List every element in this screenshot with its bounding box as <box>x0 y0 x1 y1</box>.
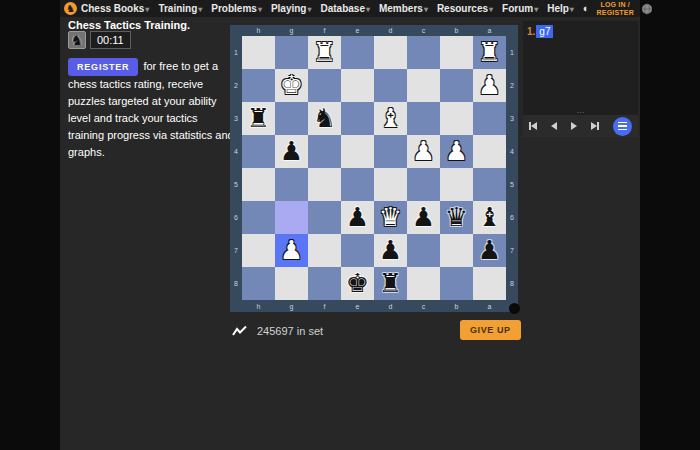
black-pawn-e6[interactable]: ♟ <box>346 201 369 234</box>
square-c4[interactable]: ♟ <box>407 135 440 168</box>
nav-item-help[interactable]: Help▾ <box>547 3 574 14</box>
square-b2[interactable] <box>440 69 473 102</box>
square-c6[interactable]: ♟ <box>407 201 440 234</box>
first-move-button[interactable] <box>529 121 537 131</box>
square-g2[interactable]: ♚ <box>275 69 308 102</box>
nav-item-members[interactable]: Members▾ <box>379 3 428 14</box>
square-a8[interactable] <box>473 267 506 300</box>
white-king-g2[interactable]: ♚ <box>280 69 303 102</box>
square-c7[interactable] <box>407 234 440 267</box>
black-knight-f3[interactable]: ♞ <box>313 102 336 135</box>
square-g6[interactable] <box>275 201 308 234</box>
black-pawn-d7[interactable]: ♟ <box>379 234 402 267</box>
language-globe-icon[interactable] <box>641 3 653 15</box>
theme-toggle-icon[interactable]: ◐ <box>583 3 590 14</box>
square-a2[interactable]: ♟ <box>473 69 506 102</box>
square-e4[interactable] <box>341 135 374 168</box>
white-pawn-g7[interactable]: ♟ <box>280 234 303 267</box>
nav-item-chess-books[interactable]: Chess Books▾ <box>81 3 149 14</box>
square-d5[interactable] <box>374 168 407 201</box>
move-list-menu-button[interactable] <box>613 117 632 136</box>
square-a5[interactable] <box>473 168 506 201</box>
square-h2[interactable] <box>242 69 275 102</box>
square-h5[interactable] <box>242 168 275 201</box>
square-g7[interactable]: ♟ <box>275 234 308 267</box>
square-d7[interactable]: ♟ <box>374 234 407 267</box>
nav-item-problems[interactable]: Problems▾ <box>211 3 262 14</box>
square-h7[interactable] <box>242 234 275 267</box>
square-d8[interactable]: ♜ <box>374 267 407 300</box>
square-a6[interactable]: ♝ <box>473 201 506 234</box>
square-b7[interactable] <box>440 234 473 267</box>
previous-move-button[interactable] <box>551 121 557 131</box>
black-bishop-a6[interactable]: ♝ <box>478 201 501 234</box>
black-rook-h3[interactable]: ♜ <box>247 102 270 135</box>
black-pawn-c6[interactable]: ♟ <box>412 201 435 234</box>
square-f7[interactable] <box>308 234 341 267</box>
square-e6[interactable]: ♟ <box>341 201 374 234</box>
square-c1[interactable] <box>407 36 440 69</box>
square-d2[interactable] <box>374 69 407 102</box>
board-resize-handle[interactable] <box>509 303 520 314</box>
rating-chart-icon[interactable] <box>232 325 247 337</box>
nav-item-resources[interactable]: Resources▾ <box>437 3 493 14</box>
square-b4[interactable]: ♟ <box>440 135 473 168</box>
black-queen-b6[interactable]: ♛ <box>445 201 468 234</box>
square-f3[interactable]: ♞ <box>308 102 341 135</box>
square-b5[interactable] <box>440 168 473 201</box>
square-h3[interactable]: ♜ <box>242 102 275 135</box>
square-d6[interactable]: ♛ <box>374 201 407 234</box>
square-h6[interactable] <box>242 201 275 234</box>
square-e5[interactable] <box>341 168 374 201</box>
square-g3[interactable] <box>275 102 308 135</box>
square-g8[interactable] <box>275 267 308 300</box>
login-register-link[interactable]: LOG IN / REGISTER <box>597 1 634 17</box>
square-a4[interactable] <box>473 135 506 168</box>
square-f5[interactable] <box>308 168 341 201</box>
square-b6[interactable]: ♛ <box>440 201 473 234</box>
site-logo-knight-icon[interactable]: ♞ <box>64 2 77 15</box>
register-button[interactable]: REGISTER <box>68 58 138 76</box>
square-d4[interactable] <box>374 135 407 168</box>
square-f1[interactable]: ♜ <box>308 36 341 69</box>
square-f6[interactable] <box>308 201 341 234</box>
nav-item-database[interactable]: Database▾ <box>320 3 369 14</box>
white-pawn-b4[interactable]: ♟ <box>445 135 468 168</box>
black-pawn-a7[interactable]: ♟ <box>478 234 501 267</box>
give-up-button[interactable]: GIVE UP <box>460 320 521 340</box>
square-b8[interactable] <box>440 267 473 300</box>
black-rook-d8[interactable]: ♜ <box>379 267 402 300</box>
square-c2[interactable] <box>407 69 440 102</box>
square-c3[interactable] <box>407 102 440 135</box>
square-a7[interactable]: ♟ <box>473 234 506 267</box>
nav-item-training[interactable]: Training▾ <box>158 3 202 14</box>
square-g4[interactable]: ♟ <box>275 135 308 168</box>
square-h8[interactable] <box>242 267 275 300</box>
square-b3[interactable] <box>440 102 473 135</box>
current-move[interactable]: g7 <box>536 25 553 38</box>
square-f2[interactable] <box>308 69 341 102</box>
square-h1[interactable] <box>242 36 275 69</box>
white-pawn-c4[interactable]: ♟ <box>412 135 435 168</box>
nav-item-playing[interactable]: Playing▾ <box>271 3 312 14</box>
black-pawn-g4[interactable]: ♟ <box>280 135 303 168</box>
square-e2[interactable] <box>341 69 374 102</box>
square-f4[interactable] <box>308 135 341 168</box>
square-f8[interactable] <box>308 267 341 300</box>
square-e7[interactable] <box>341 234 374 267</box>
white-bishop-d3[interactable]: ♝ <box>379 102 402 135</box>
square-c8[interactable] <box>407 267 440 300</box>
last-move-button[interactable] <box>591 121 599 131</box>
square-e3[interactable] <box>341 102 374 135</box>
white-pawn-a2[interactable]: ♟ <box>478 69 501 102</box>
square-a1[interactable]: ♜ <box>473 36 506 69</box>
next-move-button[interactable] <box>571 121 577 131</box>
square-d1[interactable] <box>374 36 407 69</box>
black-king-e8[interactable]: ♚ <box>346 267 369 300</box>
square-c5[interactable] <box>407 168 440 201</box>
square-g1[interactable] <box>275 36 308 69</box>
square-d3[interactable]: ♝ <box>374 102 407 135</box>
panel-resize-handle[interactable]: … <box>523 108 638 114</box>
square-b1[interactable] <box>440 36 473 69</box>
white-rook-f1[interactable]: ♜ <box>313 36 336 69</box>
